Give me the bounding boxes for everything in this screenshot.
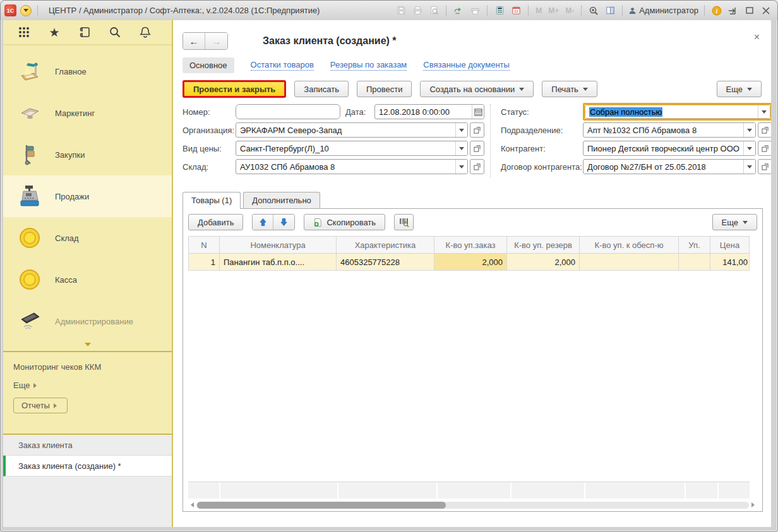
info-icon[interactable]: i: [710, 4, 723, 17]
move-down-button[interactable]: [273, 215, 294, 230]
cell-qty-order[interactable]: 2,000: [434, 254, 507, 271]
warehouse-field[interactable]: АУ1032 СПб Абрамова 8: [236, 159, 468, 174]
history-item[interactable]: Заказ клиента: [3, 435, 172, 456]
col-characteristic[interactable]: Характеристика: [337, 237, 434, 254]
tab-rezervy-po-zakazam[interactable]: Резервы по заказам: [330, 60, 407, 71]
cell-price[interactable]: 141,00: [710, 254, 750, 271]
save-icon[interactable]: [395, 4, 407, 17]
sidebar-item-marketing[interactable]: Маркетинг: [3, 92, 172, 134]
dropdown-button[interactable]: [743, 123, 755, 137]
number-field[interactable]: [236, 104, 340, 119]
forward-button[interactable]: →: [205, 33, 227, 49]
dropdown-button[interactable]: [743, 160, 755, 174]
sidebar-item-kassa[interactable]: Касса: [3, 259, 172, 300]
col-qty-reserve[interactable]: К-во уп. резерв: [507, 237, 580, 254]
move-up-button[interactable]: [253, 215, 273, 230]
col-pack[interactable]: Уп.: [679, 237, 710, 254]
scroll-right-icon[interactable]: [751, 502, 757, 507]
split-panels-icon[interactable]: [604, 4, 616, 17]
write-button[interactable]: Записать: [294, 81, 349, 97]
date-field[interactable]: 12.08.2018 0:00:00: [374, 104, 484, 119]
price-type-field[interactable]: Санкт-Петербург(Л)_10: [236, 141, 468, 156]
cell-nomenclature[interactable]: Панангин таб.п.п.о....: [220, 254, 337, 271]
memory-m-minus-button[interactable]: M-: [564, 6, 575, 15]
scrollbar-track[interactable]: [196, 502, 749, 509]
organization-field[interactable]: ЭРКАФАРМ Северо-Запад: [236, 122, 468, 138]
zoom-icon[interactable]: [587, 4, 600, 17]
barcode-scan-button[interactable]: [394, 214, 414, 230]
calendar-icon[interactable]: 31: [510, 4, 522, 17]
dropdown-button[interactable]: [455, 141, 467, 155]
current-user[interactable]: Администратор: [628, 6, 698, 15]
open-counterparty-button[interactable]: [758, 141, 771, 156]
status-field[interactable]: Собран полностью: [585, 105, 770, 119]
apps-grid-icon[interactable]: [17, 25, 31, 39]
cell-characteristic[interactable]: 4605325775228: [337, 254, 434, 271]
scrollbar-thumb[interactable]: [197, 502, 446, 509]
col-qty-order[interactable]: К-во уп.заказ: [434, 237, 507, 254]
print-preview-icon[interactable]: [428, 4, 440, 17]
notifications-bell-icon[interactable]: [138, 25, 152, 39]
form-more-button[interactable]: Еще: [717, 81, 762, 97]
post-button[interactable]: Провести: [357, 81, 412, 97]
print-document-icon[interactable]: [469, 4, 481, 17]
post-and-close-button[interactable]: Провести и закрыть: [183, 80, 286, 98]
create-based-on-button[interactable]: Создать на основании: [420, 81, 534, 97]
dropdown-button[interactable]: [743, 141, 755, 155]
minimize-button[interactable]: [727, 4, 739, 17]
tab-svyazannye-dokumenty[interactable]: Связанные документы: [423, 60, 510, 71]
print-button[interactable]: Печать: [542, 81, 597, 97]
open-price-type-button[interactable]: [470, 141, 484, 156]
memory-m-button[interactable]: M: [534, 6, 543, 15]
dropdown-button[interactable]: [455, 160, 467, 174]
sidebar-item-administrirovanie[interactable]: Администрирование: [3, 300, 172, 342]
monitoring-link[interactable]: Мониторинг чеков ККМ: [13, 362, 172, 372]
get-link-icon[interactable]: [452, 4, 465, 17]
reports-button[interactable]: Отчеты: [13, 398, 68, 413]
open-organization-button[interactable]: [470, 122, 484, 138]
add-row-button[interactable]: Добавить: [188, 214, 243, 230]
cell-n[interactable]: 1: [189, 254, 220, 271]
main-menu-button[interactable]: [20, 5, 32, 16]
table-row[interactable]: 1 Панангин таб.п.п.о.... 4605325775228 2…: [189, 254, 750, 271]
tab-ostatki-tovarov[interactable]: Остатки товаров: [251, 60, 314, 71]
favorites-star-icon[interactable]: ★: [47, 25, 61, 39]
calculator-icon[interactable]: [493, 4, 506, 17]
scroll-left-icon[interactable]: [188, 502, 194, 507]
search-icon[interactable]: [108, 25, 122, 39]
cell-qty-reserve[interactable]: 2,000: [507, 254, 580, 271]
col-n[interactable]: N: [189, 237, 220, 254]
tab-osnovnoe[interactable]: Основное: [183, 57, 234, 73]
open-contract-button[interactable]: [758, 159, 771, 174]
maximize-button[interactable]: [743, 4, 756, 17]
tab-dopolnitelno[interactable]: Дополнительно: [243, 192, 320, 208]
col-qty-supply[interactable]: К-во уп. к обесп-ю: [580, 237, 679, 254]
calendar-picker-button[interactable]: [472, 105, 484, 119]
cell-qty-supply[interactable]: [580, 254, 679, 271]
counterparty-field[interactable]: Пионер Детский творческий центр ООО: [583, 141, 756, 156]
open-department-button[interactable]: [758, 122, 771, 138]
tab-tovary[interactable]: Товары (1): [183, 192, 241, 209]
history-item-active[interactable]: Заказ клиента (создание) *: [3, 456, 172, 476]
horizontal-scrollbar[interactable]: [188, 500, 757, 509]
sidebar-item-sklad[interactable]: Склад: [3, 217, 172, 259]
contract-field[interactable]: Договор №27/БН от 25.05.2018: [583, 159, 756, 174]
history-icon[interactable]: [78, 25, 92, 39]
col-nomenclature[interactable]: Номенклатура: [220, 237, 337, 254]
col-price[interactable]: Цена: [710, 237, 750, 254]
open-warehouse-button[interactable]: [470, 159, 484, 174]
close-window-button[interactable]: [760, 4, 772, 17]
copy-row-button[interactable]: Скопировать: [304, 214, 385, 230]
sidebar-expand-chevron[interactable]: [3, 342, 172, 351]
dropdown-button[interactable]: [758, 105, 770, 118]
dropdown-button[interactable]: [455, 123, 467, 137]
print-icon[interactable]: [411, 4, 424, 17]
department-field[interactable]: Апт №1032 СПб Абрамова 8: [583, 122, 756, 138]
cell-pack[interactable]: [679, 254, 710, 271]
close-form-icon[interactable]: ×: [754, 32, 760, 43]
sidebar-item-prodazhi[interactable]: Продажи: [3, 175, 172, 217]
sidebar-item-glavnoe[interactable]: Главное: [3, 50, 172, 92]
memory-m-plus-button[interactable]: M+: [547, 6, 560, 15]
sidebar-more-link[interactable]: Еще: [13, 381, 172, 390]
goods-more-button[interactable]: Еще: [712, 214, 757, 230]
